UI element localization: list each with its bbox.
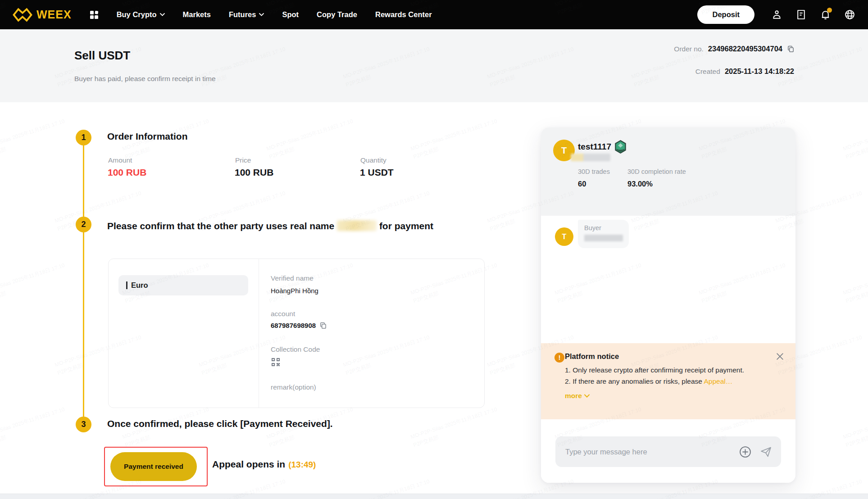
created-label: Created bbox=[695, 68, 720, 76]
quantity-label: Quantity bbox=[360, 156, 386, 164]
notification-dot bbox=[827, 8, 832, 13]
card-divider bbox=[259, 259, 259, 408]
nav-item-futures[interactable]: Futures bbox=[229, 10, 264, 19]
order-header: Sell USDT Buyer has paid, please confirm… bbox=[0, 29, 868, 102]
steps-connector-line bbox=[83, 145, 84, 418]
language-globe-icon[interactable] bbox=[844, 9, 855, 20]
price-label: Price bbox=[235, 156, 251, 164]
chat-input-section bbox=[541, 419, 795, 483]
order-number-label: Order no. bbox=[674, 45, 703, 53]
order-status-text: Buyer has paid, please confirm receipt i… bbox=[74, 75, 216, 83]
order-number-value: 234968220495304704 bbox=[708, 45, 782, 53]
chevron-down-icon bbox=[584, 394, 590, 398]
chat-header: T test1117 30D trades 60 30D completion … bbox=[541, 127, 795, 216]
weex-logo-icon bbox=[13, 7, 32, 23]
account-label: account bbox=[271, 310, 295, 318]
payment-received-button[interactable]: Payment received bbox=[110, 452, 197, 481]
weex-logo[interactable]: WEEX bbox=[13, 7, 72, 23]
counterparty-username[interactable]: test1117 bbox=[578, 140, 627, 154]
platform-notice: ! Platform notice 1. Only release crypto… bbox=[541, 343, 795, 419]
redacted-message-content bbox=[584, 235, 623, 241]
collection-code-qr-icon[interactable] bbox=[271, 357, 281, 367]
brand-name: WEEX bbox=[36, 8, 72, 21]
notice-line-1: 1. Only release crypto after confirming … bbox=[565, 364, 782, 376]
deposit-button[interactable]: Deposit bbox=[697, 5, 754, 24]
top-nav: WEEX Buy Crypto Markets Futures Spot Cop… bbox=[0, 0, 868, 29]
platform-notice-title: Platform notice bbox=[565, 352, 782, 361]
payment-method-tab-euro[interactable]: Euro bbox=[118, 275, 248, 295]
buyer-message-bubble: Buyer bbox=[578, 220, 629, 248]
amount-value: 100 RUB bbox=[108, 167, 146, 178]
close-notice-icon[interactable] bbox=[776, 352, 784, 361]
appeal-link[interactable]: Appeal… bbox=[704, 377, 732, 385]
chevron-down-icon bbox=[259, 13, 264, 16]
page-bottom-strip bbox=[0, 494, 868, 499]
appeal-timer: (13:49) bbox=[288, 460, 316, 469]
notice-more-toggle[interactable]: more bbox=[565, 392, 782, 400]
message-sender-label: Buyer bbox=[584, 224, 623, 231]
step-3-title: Once confirmed, please click [Payment Re… bbox=[107, 418, 333, 429]
attach-plus-icon[interactable] bbox=[739, 446, 751, 458]
price-value: 100 RUB bbox=[235, 167, 273, 178]
created-row: Created 2025-11-13 14:18:22 bbox=[695, 67, 794, 76]
account-value: 687987698908 bbox=[271, 322, 316, 329]
chat-message-input[interactable] bbox=[565, 448, 731, 456]
redacted-counterparty-name bbox=[571, 154, 610, 161]
payment-details-card: Euro Verified name HoàngPhi Hồng account… bbox=[108, 259, 485, 408]
copy-order-number-icon[interactable] bbox=[787, 45, 795, 53]
chevron-down-icon bbox=[160, 13, 165, 16]
nav-item-rewards-center[interactable]: Rewards Center bbox=[375, 10, 432, 19]
nav-item-copy-trade[interactable]: Copy Trade bbox=[317, 10, 357, 19]
step-1-badge: 1 bbox=[76, 130, 91, 145]
notice-line-2: 2. If there are any anomalies or risks, … bbox=[565, 376, 782, 387]
appeal-countdown: Appeal opens in(13:49) bbox=[212, 459, 316, 470]
nav-item-markets[interactable]: Markets bbox=[183, 10, 211, 19]
trades-30d-label: 30D trades bbox=[578, 168, 610, 175]
account-row: 687987698908 bbox=[271, 322, 327, 329]
quantity-value: 1 USDT bbox=[360, 167, 394, 178]
page-title: Sell USDT bbox=[74, 49, 130, 63]
step-2-badge: 2 bbox=[76, 217, 91, 232]
step-3-badge: 3 bbox=[76, 417, 91, 432]
nav-right: Deposit bbox=[697, 5, 855, 24]
profile-icon[interactable] bbox=[771, 9, 782, 20]
redacted-real-name bbox=[337, 220, 377, 231]
buyer-avatar: T bbox=[555, 227, 573, 246]
nav-menu: Buy Crypto Markets Futures Spot Copy Tra… bbox=[117, 10, 432, 19]
trades-30d-value: 60 bbox=[578, 180, 586, 188]
notifications-icon[interactable] bbox=[820, 9, 831, 20]
created-value: 2025-11-13 14:18:22 bbox=[725, 67, 794, 76]
apps-grid-icon[interactable] bbox=[90, 10, 99, 19]
collection-code-label: Collection Code bbox=[271, 345, 320, 354]
step-1-title: Order Information bbox=[107, 131, 188, 142]
nav-item-spot[interactable]: Spot bbox=[282, 10, 299, 19]
warning-icon: ! bbox=[554, 353, 564, 363]
platform-notice-body: 1. Only release crypto after confirming … bbox=[565, 364, 782, 387]
verified-name-value: HoàngPhi Hồng bbox=[271, 287, 318, 295]
order-number-row: Order no. 234968220495304704 bbox=[674, 45, 795, 53]
verified-badge-icon bbox=[614, 140, 627, 154]
chat-panel: T test1117 30D trades 60 30D completion … bbox=[541, 127, 795, 483]
nav-item-buy-crypto[interactable]: Buy Crypto bbox=[117, 10, 165, 19]
verified-name-label: Verified name bbox=[271, 274, 314, 282]
orders-icon[interactable] bbox=[795, 9, 807, 20]
amount-label: Amount bbox=[108, 156, 132, 164]
send-message-icon[interactable] bbox=[760, 446, 772, 458]
remark-label: remark(option) bbox=[271, 383, 316, 391]
step-2-title: Please confirm that the other party uses… bbox=[107, 218, 454, 235]
chat-messages-area: T Buyer bbox=[541, 216, 795, 343]
chat-input-box bbox=[555, 436, 781, 467]
completion-rate-label: 30D completion rate bbox=[627, 168, 686, 175]
completion-rate-value: 93.00% bbox=[627, 180, 653, 188]
payment-method-color-bar bbox=[126, 281, 127, 289]
copy-account-icon[interactable] bbox=[319, 322, 327, 329]
